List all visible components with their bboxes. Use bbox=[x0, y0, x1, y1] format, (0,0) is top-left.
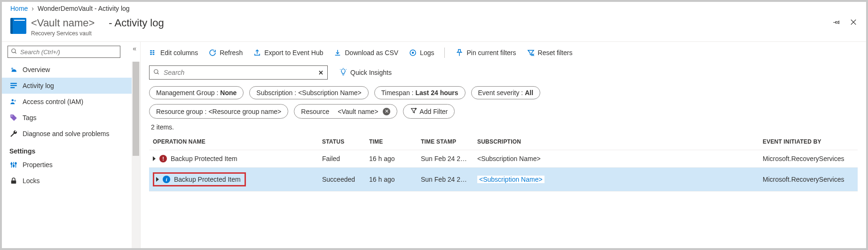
download-csv-button[interactable]: Download as CSV bbox=[333, 48, 398, 57]
filter-resource[interactable]: Resource <Vault name> ✕ bbox=[294, 104, 397, 119]
sidebar-item-properties[interactable]: Properties bbox=[2, 157, 140, 173]
operation-name: Backup Protected Item bbox=[174, 176, 241, 183]
filter-management-group[interactable]: Management Group : None bbox=[149, 86, 244, 99]
sidebar-item-locks[interactable]: Locks bbox=[2, 173, 140, 189]
add-filter-icon bbox=[410, 107, 418, 116]
sidebar-item-overview[interactable]: Overview bbox=[2, 62, 140, 78]
vault-icon bbox=[10, 18, 26, 34]
people-icon bbox=[9, 97, 18, 106]
export-button[interactable]: Export to Event Hub bbox=[253, 48, 323, 57]
subscription-cell[interactable]: <Subscription Name> bbox=[473, 150, 759, 168]
toolbar-label: Download as CSV bbox=[345, 49, 398, 56]
col-timestamp[interactable]: TIME STAMP bbox=[417, 134, 473, 150]
svg-point-16 bbox=[15, 163, 16, 164]
sidebar-scrollbar-thumb[interactable] bbox=[133, 62, 139, 156]
col-time[interactable]: TIME bbox=[365, 134, 417, 150]
lock-icon bbox=[9, 177, 18, 185]
filter-subscription[interactable]: Subscription : <Subscription Name> bbox=[249, 86, 368, 99]
sidebar-item-diagnose[interactable]: Diagnose and solve problems bbox=[2, 126, 140, 142]
collapse-sidebar-icon[interactable]: « bbox=[133, 45, 136, 52]
main-search-input[interactable] bbox=[164, 69, 315, 76]
operation-cell[interactable]: !Backup Protected Item bbox=[153, 155, 315, 162]
breadcrumb-home[interactable]: Home bbox=[10, 5, 28, 12]
expand-caret-icon[interactable] bbox=[153, 156, 156, 161]
status-cell: Succeeded bbox=[318, 168, 365, 192]
sidebar-item-label: Access control (IAM) bbox=[23, 98, 83, 105]
col-status[interactable]: STATUS bbox=[318, 134, 365, 150]
logs-button[interactable]: Logs bbox=[409, 48, 434, 57]
svg-rect-19 bbox=[150, 52, 152, 53]
operation-cell[interactable]: iBackup Protected Item bbox=[153, 172, 246, 186]
sidebar-search[interactable] bbox=[8, 46, 120, 58]
breadcrumb: Home › WonderDemoVault - Activity log bbox=[2, 2, 866, 15]
sidebar-item-access-control[interactable]: Access control (IAM) bbox=[2, 94, 140, 110]
info-icon: i bbox=[163, 176, 170, 183]
filter-label: Resource bbox=[301, 108, 329, 115]
add-filter-button[interactable]: Add Filter bbox=[403, 104, 455, 119]
initiated-cell: Microsoft.RecoveryServices bbox=[759, 168, 858, 192]
search-icon bbox=[153, 69, 160, 77]
table-row[interactable]: !Backup Protected ItemFailed16 h agoSun … bbox=[149, 150, 858, 168]
refresh-button[interactable]: Refresh bbox=[208, 48, 243, 57]
toolbar: Edit columns Refresh Export to Event Hub… bbox=[149, 46, 858, 63]
svg-point-30 bbox=[154, 69, 158, 73]
pin-icon bbox=[455, 48, 464, 57]
quick-insights-label: Quick Insights bbox=[350, 69, 392, 76]
page-header: <Vault name> - Activity log Recovery Ser… bbox=[2, 15, 866, 42]
edit-columns-button[interactable]: Edit columns bbox=[149, 48, 198, 57]
search-icon bbox=[11, 48, 17, 56]
svg-point-26 bbox=[412, 52, 414, 54]
sidebar-item-label: Overview bbox=[23, 66, 50, 73]
filter-value: None bbox=[220, 89, 237, 97]
breadcrumb-current: WonderDemoVault - Activity log bbox=[38, 5, 130, 12]
main-search[interactable]: ✕ bbox=[149, 65, 328, 80]
activity-log-icon bbox=[9, 81, 18, 90]
filter-event-severity[interactable]: Event severity : All bbox=[471, 86, 541, 99]
svg-line-3 bbox=[15, 52, 16, 53]
filter-value: Last 24 hours bbox=[416, 89, 458, 97]
toolbar-label: Pin current filters bbox=[466, 49, 516, 56]
col-operation[interactable]: OPERATION NAME bbox=[149, 134, 318, 150]
filter-label: Subscription : bbox=[256, 89, 296, 97]
filter-resource-group[interactable]: Resource group : <Resource group name> bbox=[149, 104, 288, 119]
filter-label: Resource group : bbox=[156, 108, 206, 115]
svg-rect-18 bbox=[150, 50, 152, 51]
page-title: - Activity log bbox=[109, 17, 164, 29]
sidebar-item-label: Diagnose and solve problems bbox=[23, 130, 109, 137]
toolbar-divider bbox=[444, 48, 445, 58]
reset-filters-button[interactable]: Reset filters bbox=[527, 48, 573, 57]
filter-reset-icon bbox=[527, 48, 535, 57]
error-icon: ! bbox=[159, 155, 167, 162]
filter-value: <Subscription Name> bbox=[298, 89, 362, 97]
table-row[interactable]: iBackup Protected ItemSucceeded16 h agoS… bbox=[149, 168, 858, 192]
filter-label: Event severity : bbox=[478, 89, 523, 97]
expand-caret-icon[interactable] bbox=[156, 177, 159, 182]
col-subscription[interactable]: SUBSCRIPTION bbox=[473, 134, 759, 150]
toolbar-label: Export to Event Hub bbox=[264, 49, 323, 56]
download-icon bbox=[333, 48, 342, 57]
close-icon[interactable] bbox=[849, 18, 858, 28]
pin-icon[interactable] bbox=[832, 18, 841, 28]
svg-rect-20 bbox=[150, 54, 152, 55]
clear-search-icon[interactable]: ✕ bbox=[318, 69, 324, 76]
time-cell: 16 h ago bbox=[365, 150, 417, 168]
filter-timespan[interactable]: Timespan : Last 24 hours bbox=[374, 86, 466, 99]
quick-insights-button[interactable]: Quick Insights bbox=[339, 68, 392, 78]
pin-filters-button[interactable]: Pin current filters bbox=[455, 48, 516, 57]
refresh-icon bbox=[208, 48, 217, 57]
wrench-icon bbox=[9, 129, 18, 138]
properties-icon bbox=[9, 161, 18, 169]
svg-rect-21 bbox=[153, 50, 155, 51]
filter-value: <Vault name> bbox=[338, 108, 378, 115]
toolbar-label: Logs bbox=[420, 49, 434, 56]
remove-filter-icon[interactable]: ✕ bbox=[383, 108, 390, 115]
subscription-cell[interactable]: <Subscription Name> bbox=[473, 168, 759, 192]
svg-rect-23 bbox=[153, 54, 155, 55]
sidebar-scrollbar[interactable] bbox=[132, 62, 140, 250]
svg-rect-5 bbox=[10, 83, 17, 84]
sidebar-item-label: Locks bbox=[23, 177, 40, 185]
col-initiated[interactable]: EVENT INITIATED BY bbox=[759, 134, 858, 150]
sidebar-item-activity-log[interactable]: Activity log bbox=[2, 78, 140, 94]
sidebar-item-tags[interactable]: Tags bbox=[2, 110, 140, 126]
sidebar-search-input[interactable] bbox=[20, 48, 117, 56]
